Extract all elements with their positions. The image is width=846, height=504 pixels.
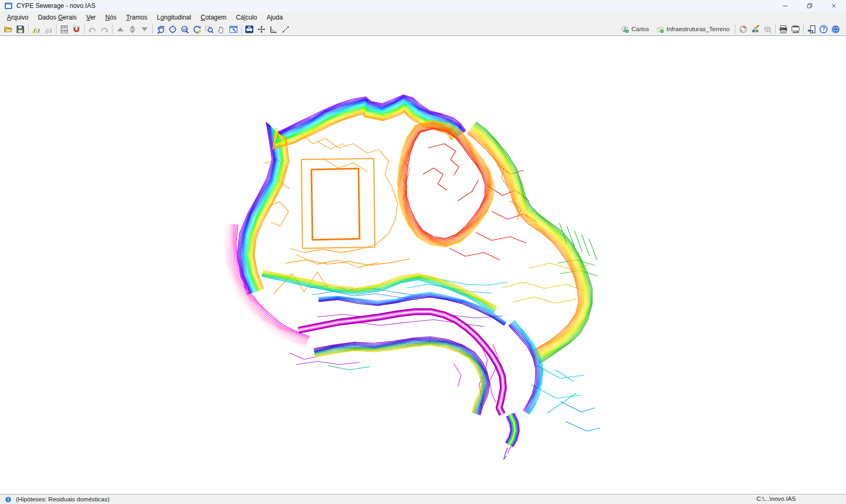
toolbar-separator — [803, 24, 804, 34]
zoom-prev-icon — [156, 25, 165, 34]
redo-button[interactable] — [98, 23, 111, 35]
app-window: CYPE Sewerage - novo.IAS ArquivoDados Ge… — [0, 0, 846, 504]
zoom-window-button[interactable] — [203, 23, 215, 35]
status-file-path: C:\...\novo.IAS — [757, 496, 796, 502]
cube-gray-icon — [763, 25, 772, 34]
window-title: CYPE Sewerage - novo.IAS — [16, 2, 95, 10]
svg-text:DXF: DXF — [62, 26, 67, 29]
menu-longitudinal[interactable]: Longitudinal — [152, 13, 196, 22]
help-button[interactable]: ? — [817, 23, 830, 35]
redraw-icon — [192, 25, 201, 34]
pan-button[interactable] — [215, 23, 227, 35]
layer-range-button[interactable] — [126, 23, 139, 35]
fit-window-button[interactable] — [227, 23, 240, 35]
shared-resources-button[interactable] — [749, 23, 761, 35]
menu-ver[interactable]: Ver — [81, 13, 100, 22]
layer-chip[interactable]: Infraestruturas_Terreno — [652, 25, 733, 33]
open-button[interactable] — [2, 23, 14, 35]
angle-icon — [269, 25, 278, 34]
pens-icon — [32, 25, 41, 34]
redraw-button[interactable] — [191, 23, 203, 35]
object-snap-button[interactable] — [70, 23, 82, 35]
toolbar-separator — [241, 24, 242, 34]
edit-resources-disabled-button[interactable] — [42, 23, 54, 35]
cube-chip-icon — [656, 25, 664, 33]
zoom-x2-button[interactable]: x2 — [179, 23, 191, 35]
undo-icon — [88, 25, 97, 34]
redo-icon — [100, 25, 109, 34]
ortho-angle-button[interactable] — [268, 23, 280, 35]
contour-bands — [224, 95, 592, 415]
dxf-dwg-button[interactable]: DXFDWG — [58, 23, 70, 35]
move-icon — [257, 25, 266, 34]
fit-win-icon — [229, 25, 238, 34]
measure-icon — [281, 25, 290, 34]
exit-icon — [807, 25, 816, 34]
menu-ajuda[interactable]: Ajuda — [262, 13, 288, 22]
info-icon — [5, 496, 12, 503]
toolbar-left: DXFDWGx2 — [2, 23, 292, 35]
layer-chip-label: Infraestruturas_Terreno — [666, 26, 730, 32]
move-node-button[interactable] — [255, 23, 268, 35]
user-chip-label: Carlos — [631, 26, 649, 32]
menu-dados-gerais[interactable]: Dados Gerais — [33, 13, 81, 22]
svg-text:?: ? — [822, 26, 825, 32]
pens-gray-icon — [44, 25, 53, 34]
cfg-env-icon — [739, 25, 748, 34]
layer-up-button[interactable] — [114, 23, 126, 35]
globe-icon — [831, 25, 840, 34]
tri-up-icon — [116, 25, 125, 34]
toolbar-separator — [112, 24, 113, 34]
status-hypothesis-text: (Hipóteses: Residuais domésticas) — [16, 496, 109, 502]
menu-bar: ArquivoDados GeraisVerNósTramosLongitudi… — [0, 12, 846, 23]
zoom-ext-icon — [168, 25, 177, 34]
menu-arquivo[interactable]: Arquivo — [2, 13, 33, 22]
terrain-contour-map[interactable] — [0, 36, 846, 494]
restore-button[interactable] — [797, 0, 822, 12]
layer-down-button[interactable] — [139, 23, 151, 35]
status-bar: (Hipóteses: Residuais domésticas) C:\...… — [0, 494, 846, 504]
web-button[interactable] — [830, 23, 842, 35]
plot-button[interactable] — [789, 23, 802, 35]
window-controls — [773, 0, 846, 12]
zoom-extents-button[interactable] — [167, 23, 179, 35]
toolbar-separator — [775, 24, 776, 34]
toolbar-separator — [735, 24, 735, 34]
print-button[interactable] — [777, 23, 789, 35]
search-button[interactable] — [243, 23, 255, 35]
save-button[interactable] — [14, 23, 26, 35]
svg-text:x2: x2 — [183, 27, 187, 31]
edit-resources-button[interactable] — [30, 23, 42, 35]
cfg-share-icon — [751, 25, 760, 34]
close-button[interactable] — [822, 0, 846, 12]
menu-tramos[interactable]: Tramos — [121, 13, 152, 22]
zoom-previous-button[interactable] — [154, 23, 167, 35]
hand-icon — [217, 25, 226, 34]
minimize-button[interactable] — [773, 0, 797, 12]
measure-button[interactable] — [280, 23, 292, 35]
user-chip[interactable]: Carlos — [618, 25, 652, 33]
app-icon — [4, 2, 13, 10]
work-environment-button[interactable] — [737, 23, 749, 35]
toolbar-right: CarlosInfraestruturas_Terreno? — [618, 23, 844, 35]
svg-text:DWG: DWG — [62, 30, 68, 32]
open-icon — [4, 25, 13, 34]
printer-icon — [779, 25, 788, 34]
zoom-win-icon — [205, 25, 214, 34]
menu-cotagem[interactable]: Cotagem — [196, 13, 231, 22]
binoc-icon — [245, 25, 254, 34]
undo-button[interactable] — [86, 23, 98, 35]
save-icon — [16, 25, 25, 34]
dxf-icon: DXFDWG — [60, 25, 69, 34]
toolbar-separator — [56, 24, 57, 34]
drawing-canvas[interactable] — [0, 36, 846, 494]
menu-calculo[interactable]: Cálculo — [231, 13, 262, 22]
plot-icon — [791, 25, 800, 34]
title-bar: CYPE Sewerage - novo.IAS — [0, 0, 846, 12]
user-icon — [621, 25, 629, 33]
menu-nos[interactable]: Nós — [100, 13, 121, 22]
tri-dbl-icon — [128, 25, 137, 34]
magnet-icon — [72, 25, 81, 34]
export-3d-disabled-button[interactable] — [761, 23, 774, 35]
exit-button[interactable] — [805, 23, 817, 35]
